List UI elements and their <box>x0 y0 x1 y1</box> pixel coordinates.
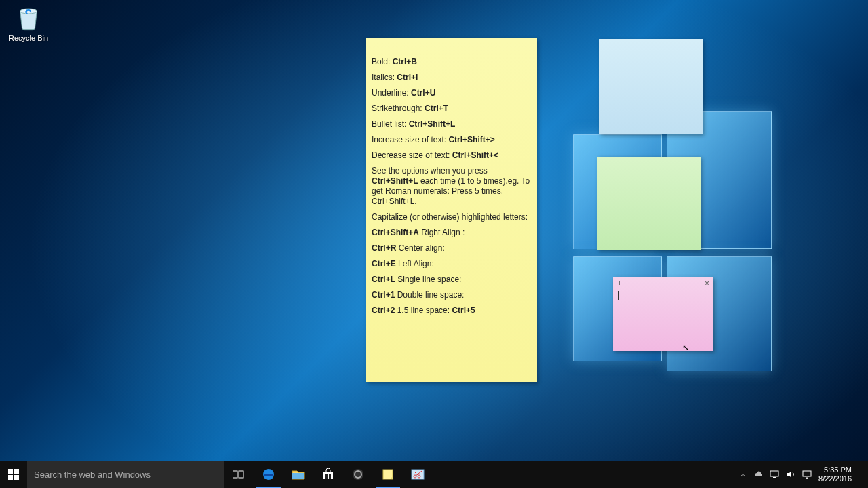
hotkey: Ctrl+B <box>393 57 417 66</box>
svg-rect-4 <box>292 473 304 479</box>
sticky-note-pink[interactable]: + × <box>613 277 713 351</box>
taskbar-app-obs[interactable] <box>343 461 373 488</box>
note-line: Bold: <box>372 57 393 66</box>
task-view-button[interactable] <box>224 461 254 488</box>
action-center-icon[interactable] <box>802 470 812 479</box>
note-line: Capitalize (or otherwise) highlighted le… <box>372 212 532 222</box>
taskbar-app-sticky-notes[interactable] <box>373 461 403 488</box>
tray-overflow-button[interactable]: ︿ <box>740 470 747 479</box>
note-line: Underline: <box>372 88 411 98</box>
note-line: Left Align: <box>396 259 434 268</box>
hotkey: Ctrl+1 <box>372 290 395 300</box>
taskbar-clock[interactable]: 5:35 PM 8/22/2016 <box>818 466 852 483</box>
svg-rect-6 <box>326 474 328 476</box>
taskbar: Search the web and Windows <box>0 461 868 488</box>
taskbar-app-store[interactable] <box>313 461 343 488</box>
search-input[interactable]: Search the web and Windows <box>27 461 224 488</box>
sticky-note-header: + × <box>613 277 713 289</box>
note-line: 1.5 line space: <box>395 306 452 315</box>
system-tray: ︿ 5:35 PM 8/22/2016 <box>734 461 868 488</box>
store-icon <box>322 468 334 481</box>
clock-date: 8/22/2016 <box>818 474 852 483</box>
svg-rect-7 <box>329 474 331 476</box>
hotkey: Ctrl+E <box>372 259 396 268</box>
note-line: Increase size of text: <box>372 135 448 144</box>
taskbar-pinned-apps <box>224 461 433 488</box>
svg-rect-12 <box>383 470 393 479</box>
resize-cursor-icon: ⤡ <box>682 343 689 352</box>
hotkey: Ctrl+5 <box>452 306 475 315</box>
recycle-bin-icon[interactable]: Recycle Bin <box>4 4 53 42</box>
hotkey: Ctrl+Shift+< <box>452 150 498 160</box>
onedrive-icon[interactable] <box>753 470 763 479</box>
edge-icon <box>262 468 275 481</box>
note-line: Single line space: <box>395 274 461 284</box>
trash-icon <box>14 4 43 33</box>
hotkey: Ctrl+2 <box>372 306 395 315</box>
obs-icon <box>352 468 364 481</box>
hotkey: Ctrl+Shift+A <box>372 228 419 237</box>
hotkey: Ctrl+T <box>425 104 448 113</box>
delete-note-button[interactable]: × <box>705 279 709 288</box>
svg-rect-2 <box>239 471 243 478</box>
sticky-notes-icon <box>382 468 394 481</box>
note-line: Italics: <box>372 73 397 82</box>
clock-time: 5:35 PM <box>818 466 852 474</box>
sticky-note-yellow-main[interactable]: Bold: Ctrl+B Italics: Ctrl+I Underline: … <box>366 38 537 382</box>
hotkey: Ctrl+Shift+L <box>372 176 418 186</box>
recycle-bin-label: Recycle Bin <box>4 34 53 42</box>
note-line: Bullet list: <box>372 119 409 129</box>
note-line: See the options when you press <box>372 166 488 176</box>
hotkey: Ctrl+Shift+> <box>448 135 494 144</box>
sticky-note-blue[interactable] <box>599 39 703 134</box>
hotkey: Ctrl+I <box>397 73 418 82</box>
note-line: Right Align : <box>419 228 465 237</box>
note-line: Center align: <box>396 243 444 253</box>
hotkey: Ctrl+R <box>372 243 396 253</box>
svg-rect-9 <box>329 476 331 479</box>
note-line: Double line space: <box>395 290 464 300</box>
svg-rect-16 <box>770 471 778 476</box>
windows-logo-icon <box>8 469 19 480</box>
network-icon[interactable] <box>770 470 779 479</box>
new-note-button[interactable]: + <box>617 279 622 288</box>
taskbar-app-file-explorer[interactable] <box>283 461 313 488</box>
folder-icon <box>292 469 305 480</box>
sticky-note-green[interactable] <box>597 157 701 250</box>
task-view-icon <box>233 470 245 479</box>
svg-rect-8 <box>326 476 328 479</box>
text-caret <box>618 291 619 300</box>
desktop: Recycle Bin Bold: Ctrl+B Italics: Ctrl+I… <box>0 0 868 488</box>
taskbar-app-snipping-tool[interactable] <box>403 461 433 488</box>
scissors-icon <box>411 469 425 480</box>
start-button[interactable] <box>0 461 27 488</box>
note-line: Strikethrough: <box>372 104 425 113</box>
hotkey: Ctrl+L <box>372 274 395 284</box>
svg-rect-18 <box>803 471 811 476</box>
hotkey: Ctrl+Shift+L <box>409 119 456 129</box>
hotkey: Ctrl+U <box>411 88 435 98</box>
svg-rect-17 <box>773 477 776 478</box>
search-placeholder: Search the web and Windows <box>34 470 151 480</box>
svg-rect-1 <box>233 471 237 478</box>
svg-rect-5 <box>323 472 333 479</box>
taskbar-app-edge[interactable] <box>254 461 283 488</box>
volume-icon[interactable] <box>786 470 795 479</box>
note-line: Decrease size of text: <box>372 150 452 160</box>
